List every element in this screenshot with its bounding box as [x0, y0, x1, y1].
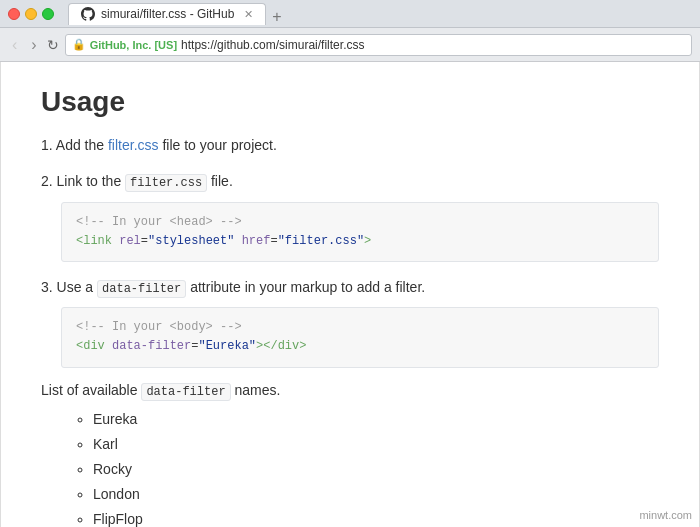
tab-title: simurai/filter.css - GitHub: [101, 7, 234, 21]
list-item: London: [93, 482, 659, 507]
toolbar: ‹ › ↻ 🔒 GitHub, Inc. [US] https://github…: [0, 28, 700, 62]
step-1: Add the filter.css file to your project.: [41, 134, 659, 156]
url-protocol: https://: [181, 38, 217, 52]
close-button[interactable]: [8, 8, 20, 20]
refresh-button[interactable]: ↻: [47, 37, 59, 53]
page-heading: Usage: [41, 86, 659, 118]
list-item: Karl: [93, 432, 659, 457]
page-content: Usage Add the filter.css file to your pr…: [0, 62, 700, 527]
filter-intro-code: data-filter: [141, 383, 230, 401]
step-3: Use a data-filter attribute in your mark…: [41, 276, 659, 368]
filter-intro: List of available data-filter names.: [41, 382, 659, 399]
filter-intro-prefix: List of available: [41, 382, 141, 398]
watermark: minwt.com: [639, 509, 692, 521]
minimize-button[interactable]: [25, 8, 37, 20]
code2-line: <div data-filter="Eureka"></div>: [76, 337, 644, 356]
step3-suffix: attribute in your markup to add a filter…: [186, 279, 425, 295]
code1-comment: <!-- In your <head> -->: [76, 213, 644, 232]
url-path: github.com/simurai/filter.css: [217, 38, 364, 52]
step-2: Link to the filter.css file. <!-- In you…: [41, 170, 659, 262]
forward-button[interactable]: ›: [27, 34, 40, 56]
title-bar: simurai/filter.css - GitHub ✕ +: [0, 0, 700, 28]
new-tab-button[interactable]: +: [266, 9, 287, 25]
active-tab[interactable]: simurai/filter.css - GitHub ✕: [68, 3, 266, 25]
address-bar[interactable]: 🔒 GitHub, Inc. [US] https://github.com/s…: [65, 34, 692, 56]
step1-prefix: Add the: [56, 137, 108, 153]
usage-list: Add the filter.css file to your project.…: [41, 134, 659, 368]
filtercss-link[interactable]: filter.css: [108, 137, 159, 153]
tab-area: simurai/filter.css - GitHub ✕ +: [68, 3, 692, 25]
code2-comment: <!-- In your <body> -->: [76, 318, 644, 337]
step1-suffix: file to your project.: [159, 137, 277, 153]
list-item: Eureka: [93, 407, 659, 432]
step3-code: data-filter: [97, 280, 186, 298]
maximize-button[interactable]: [42, 8, 54, 20]
list-item: Rocky: [93, 457, 659, 482]
tab-favicon: [81, 7, 95, 21]
list-item: FlipFlop: [93, 507, 659, 527]
tab-close-icon[interactable]: ✕: [244, 8, 253, 21]
step2-prefix: Link to the: [57, 173, 126, 189]
lock-icon: 🔒: [72, 38, 86, 51]
filter-list: EurekaKarlRockyLondonFlipFlopIntrovertBu…: [41, 407, 659, 527]
code1-line: <link rel="stylesheet" href="filter.css"…: [76, 232, 644, 251]
page-wrapper: Usage Add the filter.css file to your pr…: [0, 62, 700, 527]
back-button[interactable]: ‹: [8, 34, 21, 56]
secure-label: GitHub, Inc. [US]: [90, 39, 177, 51]
step3-prefix: Use a: [57, 279, 97, 295]
code-block-2: <!-- In your <body> --> <div data-filter…: [61, 307, 659, 367]
filter-intro-suffix: names.: [231, 382, 281, 398]
code-block-1: <!-- In your <head> --> <link rel="style…: [61, 202, 659, 262]
step2-suffix: file.: [207, 173, 233, 189]
traffic-lights: [8, 8, 54, 20]
step2-code: filter.css: [125, 174, 207, 192]
url-display: https://github.com/simurai/filter.css: [181, 38, 364, 52]
